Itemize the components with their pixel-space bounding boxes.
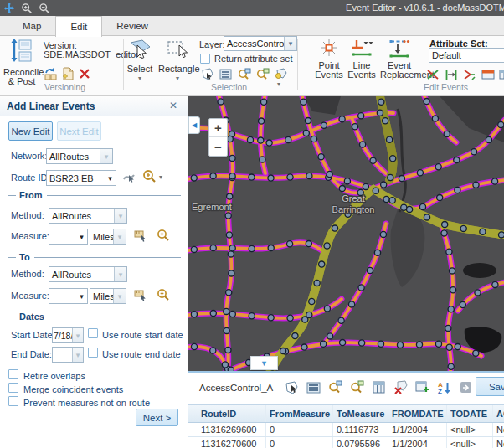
pan-icon[interactable] (3, 3, 15, 14)
cell-routeid: 11316269600 (198, 423, 266, 436)
column-header[interactable]: RouteID (198, 405, 266, 422)
to-measure-combobox[interactable] (49, 288, 88, 304)
column-header[interactable]: ToMeasure (333, 405, 388, 422)
to-measure-on-map-icon[interactable] (134, 288, 147, 302)
pan-to-selection-icon[interactable] (350, 380, 364, 394)
zoom-out-button[interactable]: − (209, 137, 227, 156)
point-events-button[interactable]: Point Events (311, 39, 347, 90)
chevron-down-icon[interactable] (76, 289, 87, 303)
save-button[interactable]: Save (476, 377, 504, 396)
attribute-set-combobox[interactable]: Default (429, 48, 504, 63)
route-id-label: Route ID: (11, 173, 49, 183)
select-by-polygon-icon[interactable] (201, 68, 213, 80)
chevron-down-icon[interactable] (113, 229, 126, 244)
chevron-down-icon[interactable] (72, 348, 83, 362)
tab-map[interactable]: Map (8, 16, 55, 35)
zoom-to-selection-icon[interactable] (238, 68, 251, 81)
use-route-start-checkbox[interactable] (88, 328, 98, 338)
select-by-shape-icon[interactable] (285, 380, 299, 394)
clear-selection-icon[interactable] (275, 67, 287, 80)
event-replacement-button[interactable]: Event Replacement (362, 39, 419, 90)
table-header-row: RouteID FromMeasure ToMeasure FROMDATE T… (188, 404, 504, 423)
start-date-combobox[interactable]: 7/18/ (52, 327, 84, 343)
tab-edit[interactable]: Edit (55, 16, 102, 37)
map-zoom-control: + − (208, 118, 228, 157)
from-units-combobox[interactable]: Miles (90, 229, 126, 245)
measure-event-icon[interactable] (445, 69, 458, 80)
rectangle-dropdown-caret[interactable] (158, 74, 197, 86)
prevent-measures-checkbox[interactable] (8, 396, 18, 406)
zoom-to-selection-icon[interactable] (328, 380, 342, 394)
chevron-down-icon[interactable] (113, 289, 126, 303)
select-button[interactable]: Select (122, 39, 157, 90)
select-dropdown-caret[interactable] (122, 74, 157, 86)
map-view[interactable]: Egremont Great Barrington + − (188, 96, 504, 371)
retire-overlaps-checkbox[interactable] (8, 369, 18, 379)
dates-section-title: Dates (19, 312, 44, 322)
ribbon: Reconcile & Post Version: SDE.MASSDOT_ed… (0, 36, 504, 96)
delete-version-icon[interactable] (79, 68, 90, 80)
zoom-in-icon[interactable] (21, 3, 33, 14)
layer-combobox[interactable]: AccessControl_A (224, 36, 297, 51)
select-route-on-map-icon[interactable] (122, 170, 136, 184)
from-zoom-icon[interactable] (157, 229, 170, 242)
add-records-icon[interactable] (415, 380, 429, 394)
column-header[interactable]: ACCESS (493, 405, 504, 422)
event-replacement-icon (388, 39, 410, 59)
table-row[interactable]: 11316269600 0 0.1116773 1/1/2004 <null> … (188, 423, 504, 437)
column-header[interactable]: TODATE (447, 405, 493, 422)
column-header[interactable]: FROMDATE (388, 405, 447, 422)
chevron-down-icon[interactable] (76, 229, 87, 244)
svg-text:Z: Z (438, 388, 442, 394)
from-measure-combobox[interactable] (49, 229, 88, 245)
selection-group-label: Selection (211, 82, 247, 92)
new-edit-button[interactable]: New Edit (8, 121, 53, 141)
end-date-combobox[interactable] (52, 347, 84, 363)
table-row[interactable]: 11316270600 0 0.0795596 1/1/2004 <null> … (188, 437, 504, 448)
event-panel-icon[interactable] (481, 69, 495, 80)
popup-icon[interactable] (459, 380, 473, 394)
next-button[interactable]: Next > (136, 409, 178, 426)
attribute-set-value: Default (429, 50, 504, 60)
from-method-combobox[interactable]: AllRoutes (49, 208, 127, 224)
merge-event-icon[interactable] (463, 69, 476, 80)
zoom-in-button[interactable]: + (209, 119, 227, 137)
split-event-icon[interactable] (426, 69, 440, 80)
zoom-route-caret[interactable] (159, 173, 162, 181)
selection-list-icon[interactable] (219, 68, 232, 80)
clear-selection-caret[interactable] (277, 80, 280, 88)
sort-icon[interactable]: AZ (437, 380, 451, 394)
from-measure-on-map-icon[interactable] (134, 229, 147, 243)
chevron-down-icon[interactable] (105, 171, 116, 185)
chevron-down-icon[interactable] (114, 209, 126, 223)
clear-selection-icon[interactable] (393, 380, 408, 394)
route-id-combobox[interactable]: BSR23 EB (46, 170, 116, 186)
collapse-table-icon[interactable] (250, 356, 278, 370)
zoom-out-icon[interactable] (39, 3, 50, 14)
column-header[interactable]: FromMeasure (266, 405, 333, 422)
event-table-icon[interactable] (499, 69, 504, 80)
chevron-down-icon[interactable] (284, 37, 296, 50)
field-calculator-icon[interactable] (372, 380, 386, 394)
network-combobox[interactable]: AllRoutes (46, 148, 113, 164)
zoom-to-route-icon[interactable] (142, 169, 157, 183)
to-zoom-icon[interactable] (157, 288, 170, 301)
selection-list-icon[interactable] (306, 380, 321, 394)
use-route-end-checkbox[interactable] (88, 348, 98, 358)
new-version-icon[interactable] (61, 67, 75, 80)
chevron-down-icon[interactable] (72, 328, 83, 342)
reconcile-post-button[interactable]: Reconcile & Post (3, 39, 40, 90)
change-version-icon[interactable] (44, 67, 58, 80)
chevron-down-icon[interactable] (114, 267, 126, 281)
next-edit-button[interactable]: Next Edit (57, 121, 101, 141)
chevron-down-icon[interactable] (100, 149, 112, 163)
merge-coincident-checkbox[interactable] (8, 383, 18, 393)
return-attribute-set-checkbox[interactable] (200, 54, 210, 64)
rectangle-button[interactable]: Rectangle (158, 39, 197, 90)
pan-to-selection-icon[interactable] (256, 68, 270, 81)
to-units-combobox[interactable]: Miles (90, 288, 126, 304)
tab-review[interactable]: Review (102, 16, 162, 35)
collapse-panel-icon[interactable] (188, 116, 200, 134)
close-icon[interactable] (169, 100, 181, 111)
to-method-combobox[interactable]: AllRoutes (49, 266, 127, 282)
